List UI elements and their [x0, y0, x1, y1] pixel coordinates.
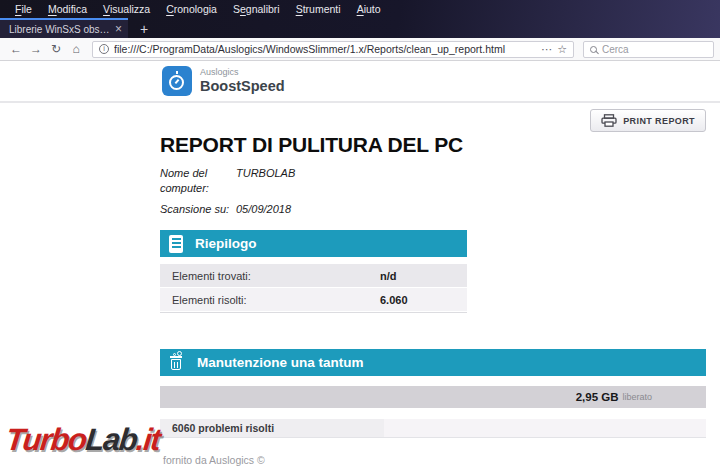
back-icon[interactable]: ←: [6, 39, 26, 59]
tab-active[interactable]: Librerie WinSxS obsolete - Pagina ×: [0, 18, 128, 38]
meta-row-scandate: Scansione su: 05/09/2018: [160, 202, 706, 217]
report-header-band: Auslogics BoostSpeed: [0, 61, 720, 103]
home-icon[interactable]: ⌂: [66, 39, 86, 59]
tab-title: Librerie WinSxS obsolete - Pagina: [9, 24, 111, 35]
print-report-label: PRINT REPORT: [623, 116, 695, 126]
navigation-toolbar: ← → ↻ ⌂ file:///C:/ProgramData/Auslogics…: [0, 38, 720, 61]
meta-value: 05/09/2018: [236, 202, 706, 217]
menu-item-cronologia[interactable]: Cronologia: [159, 2, 224, 16]
browser-chrome: FileModificaVisualizzaCronologiaSegnalib…: [0, 0, 720, 61]
summary-row-value: n/d: [380, 270, 467, 282]
document-icon: [169, 235, 183, 253]
problems-fixed-row: 6060 problemi risolti: [160, 419, 706, 438]
menu-item-modifica[interactable]: Modifica: [41, 2, 94, 16]
meta-label: Scansione su:: [160, 202, 236, 217]
watermark-turbo: Turbo: [4, 422, 87, 457]
meta-row-computer: Nome del computer: TURBOLAB: [160, 166, 706, 196]
report-body: REPORT DI PULITURA DEL PC Nome del compu…: [160, 133, 706, 466]
forward-icon[interactable]: →: [26, 39, 46, 59]
page-title: REPORT DI PULITURA DEL PC: [160, 133, 706, 157]
table-row: Elementi trovati: n/d: [160, 264, 467, 287]
trash-icon: [169, 353, 185, 372]
menu-item-visualizza[interactable]: Visualizza: [96, 2, 157, 16]
menu-item-segnalibri[interactable]: Segnalibri: [226, 2, 287, 16]
search-icon: [590, 46, 597, 53]
boostspeed-logo-icon: [162, 66, 192, 96]
search-input[interactable]: Cerca: [583, 41, 714, 58]
freed-space-value: 2,95 GB: [576, 391, 619, 403]
meta-label: Nome del computer:: [160, 166, 236, 196]
reload-icon[interactable]: ↻: [46, 39, 66, 59]
search-placeholder: Cerca: [602, 44, 629, 55]
menu-bar: FileModificaVisualizzaCronologiaSegnalib…: [0, 0, 720, 18]
maintenance-section: Manutenzione una tantum 2,95 GB liberato…: [160, 349, 706, 438]
scan-meta: Nome del computer: TURBOLAB Scansione su…: [160, 166, 706, 217]
watermark-lab: Lab: [84, 422, 138, 457]
turbolab-watermark: TurboLab.it: [4, 422, 161, 458]
menu-item-strumenti[interactable]: Strumenti: [289, 2, 348, 16]
brand-text: Auslogics BoostSpeed: [200, 68, 285, 94]
url-text[interactable]: file:///C:/ProgramData/Auslogics/Windows…: [114, 43, 536, 55]
new-tab-button[interactable]: +: [128, 20, 160, 38]
page-actions-icon[interactable]: ⋯: [541, 43, 552, 56]
summary-header: Riepilogo: [160, 230, 467, 257]
summary-table: Elementi trovati: n/d Elementi risolti: …: [160, 264, 467, 313]
freed-space-unit: liberato: [622, 392, 652, 402]
summary-section: Riepilogo Elementi trovati: n/d Elementi…: [160, 230, 467, 313]
printer-icon: [601, 114, 617, 127]
summary-header-label: Riepilogo: [195, 236, 257, 251]
footer-credit: fornito da Auslogics ©: [163, 454, 706, 466]
url-bar[interactable]: file:///C:/ProgramData/Auslogics/Windows…: [92, 41, 574, 58]
meta-value: TURBOLAB: [236, 166, 706, 196]
problems-fixed-label: 6060 problemi risolti: [172, 422, 274, 434]
bookmark-star-icon[interactable]: ☆: [557, 43, 567, 56]
brand-boostspeed: BoostSpeed: [200, 79, 285, 94]
menu-item-aiuto[interactable]: Aiuto: [350, 2, 388, 16]
maintenance-header: Manutenzione una tantum: [160, 349, 706, 376]
summary-row-value: 6.060: [380, 294, 467, 306]
freed-space-bar: 2,95 GB liberato: [160, 386, 706, 408]
maintenance-header-label: Manutenzione una tantum: [197, 355, 364, 370]
summary-row-label: Elementi trovati:: [172, 270, 380, 282]
table-row: Elementi risolti: 6.060: [160, 288, 467, 311]
summary-row-label: Elementi risolti:: [172, 294, 380, 306]
menu-item-file[interactable]: File: [8, 2, 39, 16]
tab-bar: Librerie WinSxS obsolete - Pagina × +: [0, 18, 720, 38]
watermark-it: .it: [135, 422, 162, 457]
print-report-button[interactable]: PRINT REPORT: [590, 109, 706, 132]
brand-auslogics: Auslogics: [200, 68, 285, 77]
page-info-icon[interactable]: [99, 44, 109, 54]
tab-close-icon[interactable]: ×: [115, 22, 122, 36]
